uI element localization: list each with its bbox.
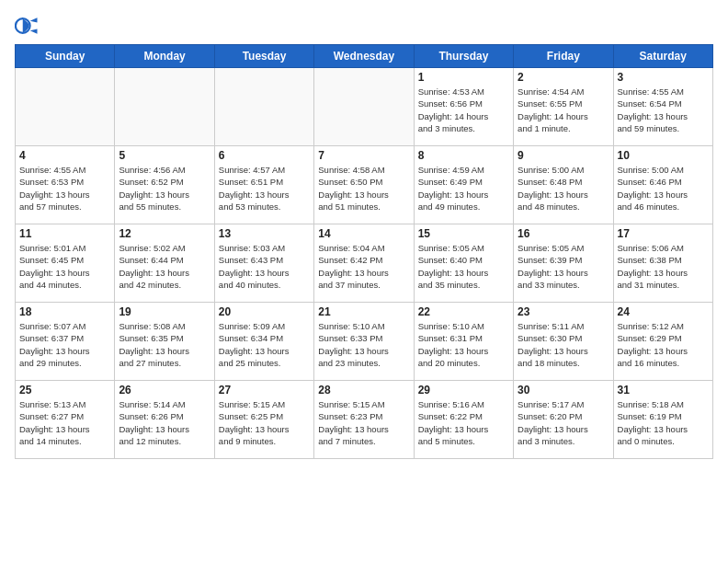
day-number: 12: [119, 227, 210, 240]
calendar-header-friday: Friday: [514, 45, 613, 68]
calendar-cell: 8Sunrise: 4:59 AM Sunset: 6:49 PM Daylig…: [414, 146, 513, 224]
calendar-cell: 27Sunrise: 5:15 AM Sunset: 6:25 PM Dayli…: [214, 381, 313, 459]
calendar-cell: 2Sunrise: 4:54 AM Sunset: 6:55 PM Daylig…: [514, 68, 613, 146]
calendar-week-1: 1Sunrise: 4:53 AM Sunset: 6:56 PM Daylig…: [16, 68, 713, 146]
day-info: Sunrise: 4:58 AM Sunset: 6:50 PM Dayligh…: [318, 164, 409, 213]
calendar-cell: 17Sunrise: 5:06 AM Sunset: 6:38 PM Dayli…: [613, 224, 712, 303]
calendar-week-4: 18Sunrise: 5:07 AM Sunset: 6:37 PM Dayli…: [16, 303, 713, 381]
day-number: 8: [418, 149, 509, 162]
day-number: 9: [518, 149, 609, 162]
calendar-header-monday: Monday: [115, 45, 214, 68]
day-number: 15: [418, 227, 509, 240]
calendar-cell: 19Sunrise: 5:08 AM Sunset: 6:35 PM Dayli…: [115, 303, 214, 381]
day-number: 18: [19, 305, 110, 318]
day-info: Sunrise: 4:56 AM Sunset: 6:52 PM Dayligh…: [119, 164, 210, 213]
day-info: Sunrise: 5:18 AM Sunset: 6:19 PM Dayligh…: [618, 398, 709, 447]
day-number: 22: [418, 305, 509, 318]
day-info: Sunrise: 5:17 AM Sunset: 6:20 PM Dayligh…: [518, 398, 609, 447]
calendar-header-row: SundayMondayTuesdayWednesdayThursdayFrid…: [16, 45, 713, 68]
calendar-cell: 31Sunrise: 5:18 AM Sunset: 6:19 PM Dayli…: [613, 381, 712, 459]
calendar-cell: 5Sunrise: 4:56 AM Sunset: 6:52 PM Daylig…: [115, 146, 214, 224]
calendar-cell: 13Sunrise: 5:03 AM Sunset: 6:43 PM Dayli…: [214, 224, 313, 303]
calendar-cell: 6Sunrise: 4:57 AM Sunset: 6:51 PM Daylig…: [214, 146, 313, 224]
day-number: 26: [119, 384, 210, 396]
day-info: Sunrise: 5:15 AM Sunset: 6:25 PM Dayligh…: [219, 398, 310, 447]
day-number: 16: [518, 227, 609, 240]
calendar-cell: 29Sunrise: 5:16 AM Sunset: 6:22 PM Dayli…: [414, 381, 513, 459]
logo: [15, 13, 44, 39]
calendar-week-3: 11Sunrise: 5:01 AM Sunset: 6:45 PM Dayli…: [16, 224, 713, 303]
calendar-week-2: 4Sunrise: 4:55 AM Sunset: 6:53 PM Daylig…: [16, 146, 713, 224]
day-number: 23: [518, 305, 609, 318]
calendar-cell: 24Sunrise: 5:12 AM Sunset: 6:29 PM Dayli…: [613, 303, 712, 381]
day-number: 29: [418, 384, 509, 396]
day-info: Sunrise: 5:00 AM Sunset: 6:46 PM Dayligh…: [618, 164, 709, 213]
calendar-cell: 18Sunrise: 5:07 AM Sunset: 6:37 PM Dayli…: [16, 303, 115, 381]
day-info: Sunrise: 5:09 AM Sunset: 6:34 PM Dayligh…: [219, 320, 310, 369]
calendar-cell: 16Sunrise: 5:05 AM Sunset: 6:39 PM Dayli…: [514, 224, 613, 303]
day-info: Sunrise: 4:55 AM Sunset: 6:53 PM Dayligh…: [19, 164, 110, 213]
calendar-cell: 26Sunrise: 5:14 AM Sunset: 6:26 PM Dayli…: [115, 381, 214, 459]
calendar-cell: 15Sunrise: 5:05 AM Sunset: 6:40 PM Dayli…: [414, 224, 513, 303]
calendar-cell: 4Sunrise: 4:55 AM Sunset: 6:53 PM Daylig…: [16, 146, 115, 224]
day-info: Sunrise: 5:05 AM Sunset: 6:40 PM Dayligh…: [418, 242, 509, 291]
day-info: Sunrise: 5:12 AM Sunset: 6:29 PM Dayligh…: [618, 320, 709, 369]
header: [15, 9, 713, 39]
day-number: 7: [318, 149, 409, 162]
calendar-cell: 12Sunrise: 5:02 AM Sunset: 6:44 PM Dayli…: [115, 224, 214, 303]
day-info: Sunrise: 4:57 AM Sunset: 6:51 PM Dayligh…: [219, 164, 310, 213]
day-info: Sunrise: 5:10 AM Sunset: 6:33 PM Dayligh…: [318, 320, 409, 369]
calendar-cell: 23Sunrise: 5:11 AM Sunset: 6:30 PM Dayli…: [514, 303, 613, 381]
calendar-cell: [16, 68, 115, 146]
calendar-header-tuesday: Tuesday: [214, 45, 313, 68]
calendar-cell: 28Sunrise: 5:15 AM Sunset: 6:23 PM Dayli…: [314, 381, 414, 459]
day-info: Sunrise: 5:01 AM Sunset: 6:45 PM Dayligh…: [19, 242, 110, 291]
day-number: 28: [318, 384, 409, 396]
day-number: 24: [618, 305, 709, 318]
calendar-cell: [314, 68, 414, 146]
calendar-cell: 10Sunrise: 5:00 AM Sunset: 6:46 PM Dayli…: [613, 146, 712, 224]
day-info: Sunrise: 5:06 AM Sunset: 6:38 PM Dayligh…: [618, 242, 709, 291]
page: SundayMondayTuesdayWednesdayThursdayFrid…: [0, 0, 728, 468]
day-info: Sunrise: 5:03 AM Sunset: 6:43 PM Dayligh…: [219, 242, 310, 291]
day-info: Sunrise: 5:05 AM Sunset: 6:39 PM Dayligh…: [518, 242, 609, 291]
day-number: 3: [618, 71, 709, 84]
calendar-header-wednesday: Wednesday: [314, 45, 414, 68]
day-info: Sunrise: 4:59 AM Sunset: 6:49 PM Dayligh…: [418, 164, 509, 213]
day-info: Sunrise: 5:02 AM Sunset: 6:44 PM Dayligh…: [119, 242, 210, 291]
calendar-header-sunday: Sunday: [16, 45, 115, 68]
day-info: Sunrise: 5:13 AM Sunset: 6:27 PM Dayligh…: [19, 398, 110, 447]
day-info: Sunrise: 5:11 AM Sunset: 6:30 PM Dayligh…: [518, 320, 609, 369]
calendar-cell: 22Sunrise: 5:10 AM Sunset: 6:31 PM Dayli…: [414, 303, 513, 381]
day-info: Sunrise: 5:15 AM Sunset: 6:23 PM Dayligh…: [318, 398, 409, 447]
calendar-week-5: 25Sunrise: 5:13 AM Sunset: 6:27 PM Dayli…: [16, 381, 713, 459]
day-number: 6: [219, 149, 310, 162]
calendar-cell: 11Sunrise: 5:01 AM Sunset: 6:45 PM Dayli…: [16, 224, 115, 303]
day-number: 14: [318, 227, 409, 240]
day-number: 17: [618, 227, 709, 240]
logo-icon: [15, 13, 40, 39]
calendar-cell: 3Sunrise: 4:55 AM Sunset: 6:54 PM Daylig…: [613, 68, 712, 146]
day-info: Sunrise: 4:53 AM Sunset: 6:56 PM Dayligh…: [418, 86, 509, 134]
calendar-cell: [115, 68, 214, 146]
calendar: SundayMondayTuesdayWednesdayThursdayFrid…: [15, 44, 713, 459]
day-info: Sunrise: 4:54 AM Sunset: 6:55 PM Dayligh…: [518, 86, 609, 134]
day-number: 20: [219, 305, 310, 318]
calendar-cell: 25Sunrise: 5:13 AM Sunset: 6:27 PM Dayli…: [16, 381, 115, 459]
calendar-cell: 7Sunrise: 4:58 AM Sunset: 6:50 PM Daylig…: [314, 146, 414, 224]
day-info: Sunrise: 5:08 AM Sunset: 6:35 PM Dayligh…: [119, 320, 210, 369]
day-number: 4: [19, 149, 110, 162]
calendar-cell: 30Sunrise: 5:17 AM Sunset: 6:20 PM Dayli…: [514, 381, 613, 459]
day-number: 21: [318, 305, 409, 318]
day-number: 2: [518, 71, 609, 84]
day-number: 25: [19, 384, 110, 396]
day-info: Sunrise: 5:16 AM Sunset: 6:22 PM Dayligh…: [418, 398, 509, 447]
calendar-cell: 21Sunrise: 5:10 AM Sunset: 6:33 PM Dayli…: [314, 303, 414, 381]
day-number: 13: [219, 227, 310, 240]
day-info: Sunrise: 5:07 AM Sunset: 6:37 PM Dayligh…: [19, 320, 110, 369]
day-number: 11: [19, 227, 110, 240]
day-number: 31: [618, 384, 709, 396]
calendar-cell: [214, 68, 313, 146]
calendar-header-saturday: Saturday: [613, 45, 712, 68]
day-number: 5: [119, 149, 210, 162]
